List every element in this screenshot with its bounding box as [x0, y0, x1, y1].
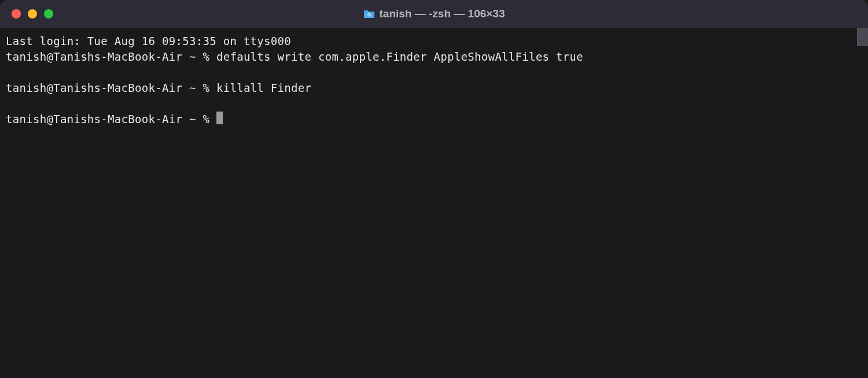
command-line-3: tanish@Tanishs-MacBook-Air ~ %: [6, 112, 862, 127]
terminal-window: tanish — -zsh — 106×33 Last login: Tue A…: [0, 0, 868, 378]
last-login-line: Last login: Tue Aug 16 09:53:35 on ttys0…: [6, 34, 862, 49]
terminal-content[interactable]: Last login: Tue Aug 16 09:53:35 on ttys0…: [6, 34, 862, 127]
svg-point-0: [367, 13, 370, 16]
traffic-lights: [0, 9, 53, 18]
scrollbar[interactable]: [857, 28, 868, 46]
prompt-1: tanish@Tanishs-MacBook-Air ~ %: [6, 50, 216, 63]
window-titlebar[interactable]: tanish — -zsh — 106×33: [0, 0, 868, 28]
command-2: killall Finder: [216, 81, 311, 94]
command-line-2: tanish@Tanishs-MacBook-Air ~ % killall F…: [6, 80, 862, 96]
svg-point-1: [369, 14, 370, 16]
prompt-2: tanish@Tanishs-MacBook-Air ~ %: [6, 81, 216, 94]
title-container: tanish — -zsh — 106×33: [0, 8, 868, 20]
minimize-button[interactable]: [28, 9, 37, 18]
command-1: defaults write com.apple.Finder AppleSho…: [216, 50, 583, 63]
cursor: [216, 112, 223, 124]
blank-line-1: [6, 65, 862, 80]
window-title: tanish — -zsh — 106×33: [380, 8, 505, 20]
prompt-3: tanish@Tanishs-MacBook-Air ~ %: [6, 113, 216, 125]
blank-line-2: [6, 96, 862, 112]
terminal-body[interactable]: Last login: Tue Aug 16 09:53:35 on ttys0…: [0, 28, 868, 378]
command-line-1: tanish@Tanishs-MacBook-Air ~ % defaults …: [6, 49, 862, 65]
folder-icon: [363, 9, 375, 18]
maximize-button[interactable]: [44, 9, 53, 18]
close-button[interactable]: [12, 9, 21, 18]
